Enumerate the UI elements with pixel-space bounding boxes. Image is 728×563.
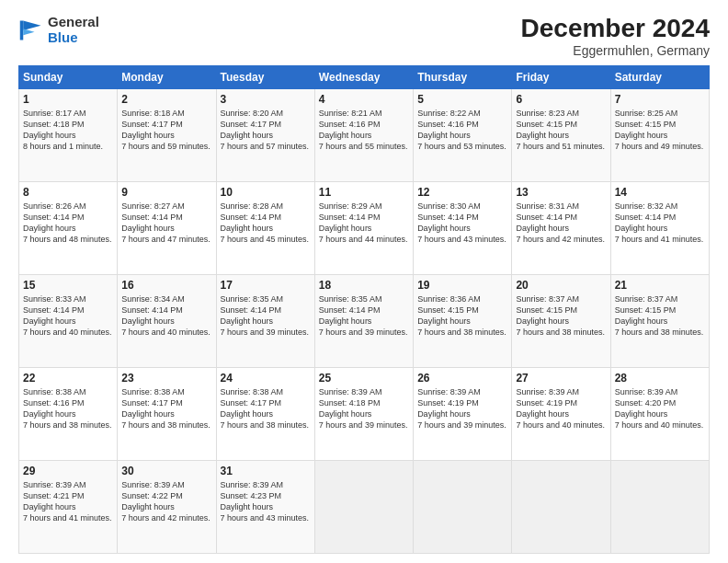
day-info: Sunrise: 8:37 AMSunset: 4:15 PMDaylight … bbox=[615, 293, 705, 339]
day-info: Sunrise: 8:30 AMSunset: 4:14 PMDaylight … bbox=[417, 201, 507, 246]
day-number: 12 bbox=[417, 186, 507, 199]
page: General Blue December 2024 Eggermuhlen, … bbox=[0, 0, 728, 563]
day-number: 25 bbox=[319, 372, 409, 385]
calendar-cell: 14 Sunrise: 8:32 AMSunset: 4:14 PMDaylig… bbox=[610, 181, 709, 274]
day-number: 9 bbox=[121, 186, 211, 199]
day-number: 19 bbox=[417, 279, 507, 292]
calendar-row: 22 Sunrise: 8:38 AMSunset: 4:16 PMDaylig… bbox=[19, 367, 710, 460]
day-info: Sunrise: 8:25 AMSunset: 4:15 PMDaylight … bbox=[615, 108, 705, 153]
day-number: 31 bbox=[221, 465, 311, 477]
calendar-cell: 4 Sunrise: 8:21 AMSunset: 4:16 PMDayligh… bbox=[314, 88, 413, 181]
day-number: 7 bbox=[615, 93, 705, 106]
calendar-cell: 21 Sunrise: 8:37 AMSunset: 4:15 PMDaylig… bbox=[610, 274, 709, 367]
calendar-subtitle: Eggermuhlen, Germany bbox=[521, 43, 710, 58]
svg-marker-2 bbox=[23, 20, 40, 30]
day-number: 4 bbox=[319, 93, 409, 106]
svg-marker-3 bbox=[23, 29, 34, 35]
day-number: 10 bbox=[221, 186, 311, 199]
day-number: 3 bbox=[221, 93, 311, 106]
calendar-cell: 26 Sunrise: 8:39 AMSunset: 4:19 PMDaylig… bbox=[414, 367, 512, 460]
header: General Blue December 2024 Eggermuhlen, … bbox=[18, 15, 710, 58]
day-info: Sunrise: 8:38 AMSunset: 4:17 PMDaylight … bbox=[121, 386, 211, 431]
day-info: Sunrise: 8:39 AMSunset: 4:22 PMDaylight … bbox=[121, 479, 211, 524]
logo-text: General Blue bbox=[48, 15, 99, 45]
day-number: 16 bbox=[121, 279, 211, 292]
col-thursday: Thursday bbox=[414, 65, 512, 88]
calendar-cell: 29 Sunrise: 8:39 AMSunset: 4:21 PMDaylig… bbox=[19, 460, 118, 553]
day-info: Sunrise: 8:39 AMSunset: 4:18 PMDaylight … bbox=[319, 386, 409, 431]
calendar-cell: 2 Sunrise: 8:18 AMSunset: 4:17 PMDayligh… bbox=[118, 88, 216, 181]
title-block: December 2024 Eggermuhlen, Germany bbox=[521, 15, 710, 58]
day-info: Sunrise: 8:37 AMSunset: 4:15 PMDaylight … bbox=[516, 293, 606, 339]
day-info: Sunrise: 8:34 AMSunset: 4:14 PMDaylight … bbox=[121, 293, 211, 339]
day-info: Sunrise: 8:23 AMSunset: 4:15 PMDaylight … bbox=[516, 108, 606, 153]
day-info: Sunrise: 8:38 AMSunset: 4:17 PMDaylight … bbox=[221, 386, 311, 431]
calendar-cell: 27 Sunrise: 8:39 AMSunset: 4:19 PMDaylig… bbox=[512, 367, 610, 460]
day-info: Sunrise: 8:35 AMSunset: 4:14 PMDaylight … bbox=[319, 293, 409, 339]
calendar-cell: 1 Sunrise: 8:17 AMSunset: 4:18 PMDayligh… bbox=[19, 88, 118, 181]
calendar-cell: 28 Sunrise: 8:39 AMSunset: 4:20 PMDaylig… bbox=[610, 367, 709, 460]
day-number: 2 bbox=[121, 93, 211, 106]
calendar-cell: 22 Sunrise: 8:38 AMSunset: 4:16 PMDaylig… bbox=[19, 367, 118, 460]
col-tuesday: Tuesday bbox=[216, 65, 314, 88]
calendar-cell: 6 Sunrise: 8:23 AMSunset: 4:15 PMDayligh… bbox=[512, 88, 610, 181]
day-info: Sunrise: 8:17 AMSunset: 4:18 PMDaylight … bbox=[23, 108, 113, 153]
day-number: 22 bbox=[23, 372, 113, 385]
calendar-row: 29 Sunrise: 8:39 AMSunset: 4:21 PMDaylig… bbox=[19, 460, 710, 553]
day-number: 29 bbox=[23, 465, 113, 477]
day-number: 15 bbox=[23, 279, 113, 292]
day-info: Sunrise: 8:21 AMSunset: 4:16 PMDaylight … bbox=[319, 108, 409, 153]
day-number: 11 bbox=[319, 186, 409, 199]
calendar-cell: 25 Sunrise: 8:39 AMSunset: 4:18 PMDaylig… bbox=[314, 367, 413, 460]
calendar-cell bbox=[314, 460, 413, 553]
calendar-cell: 18 Sunrise: 8:35 AMSunset: 4:14 PMDaylig… bbox=[314, 274, 413, 367]
calendar-cell: 30 Sunrise: 8:39 AMSunset: 4:22 PMDaylig… bbox=[118, 460, 216, 553]
day-info: Sunrise: 8:36 AMSunset: 4:15 PMDaylight … bbox=[417, 293, 507, 339]
calendar-cell: 12 Sunrise: 8:30 AMSunset: 4:14 PMDaylig… bbox=[414, 181, 512, 274]
day-number: 21 bbox=[615, 279, 705, 292]
day-info: Sunrise: 8:39 AMSunset: 4:23 PMDaylight … bbox=[221, 479, 311, 524]
calendar-cell: 16 Sunrise: 8:34 AMSunset: 4:14 PMDaylig… bbox=[118, 274, 216, 367]
day-number: 14 bbox=[615, 186, 705, 199]
col-monday: Monday bbox=[118, 65, 216, 88]
logo-icon bbox=[18, 17, 44, 43]
calendar-cell: 13 Sunrise: 8:31 AMSunset: 4:14 PMDaylig… bbox=[512, 181, 610, 274]
day-info: Sunrise: 8:39 AMSunset: 4:21 PMDaylight … bbox=[23, 479, 113, 524]
day-info: Sunrise: 8:22 AMSunset: 4:16 PMDaylight … bbox=[417, 108, 507, 153]
calendar-cell: 9 Sunrise: 8:27 AMSunset: 4:14 PMDayligh… bbox=[118, 181, 216, 274]
day-number: 17 bbox=[221, 279, 311, 292]
day-info: Sunrise: 8:39 AMSunset: 4:19 PMDaylight … bbox=[516, 386, 606, 431]
day-number: 27 bbox=[516, 372, 606, 385]
calendar-table: Sunday Monday Tuesday Wednesday Thursday… bbox=[18, 65, 710, 554]
calendar-cell bbox=[512, 460, 610, 553]
calendar-cell: 10 Sunrise: 8:28 AMSunset: 4:14 PMDaylig… bbox=[216, 181, 314, 274]
day-number: 18 bbox=[319, 279, 409, 292]
calendar-title: December 2024 bbox=[521, 15, 710, 43]
calendar-cell bbox=[610, 460, 709, 553]
svg-rect-1 bbox=[20, 20, 24, 40]
day-info: Sunrise: 8:33 AMSunset: 4:14 PMDaylight … bbox=[23, 293, 113, 339]
calendar-cell: 24 Sunrise: 8:38 AMSunset: 4:17 PMDaylig… bbox=[216, 367, 314, 460]
day-number: 5 bbox=[417, 93, 507, 106]
day-number: 20 bbox=[516, 279, 606, 292]
day-info: Sunrise: 8:39 AMSunset: 4:20 PMDaylight … bbox=[615, 386, 705, 431]
day-number: 24 bbox=[221, 372, 311, 385]
col-saturday: Saturday bbox=[610, 65, 709, 88]
day-number: 13 bbox=[516, 186, 606, 199]
day-number: 8 bbox=[23, 186, 113, 199]
day-number: 30 bbox=[121, 465, 211, 477]
calendar-cell: 15 Sunrise: 8:33 AMSunset: 4:14 PMDaylig… bbox=[19, 274, 118, 367]
day-info: Sunrise: 8:32 AMSunset: 4:14 PMDaylight … bbox=[615, 201, 705, 246]
day-number: 1 bbox=[23, 93, 113, 106]
day-number: 26 bbox=[417, 372, 507, 385]
day-number: 28 bbox=[615, 372, 705, 385]
calendar-cell: 31 Sunrise: 8:39 AMSunset: 4:23 PMDaylig… bbox=[216, 460, 314, 553]
calendar-cell: 11 Sunrise: 8:29 AMSunset: 4:14 PMDaylig… bbox=[314, 181, 413, 274]
calendar-cell: 23 Sunrise: 8:38 AMSunset: 4:17 PMDaylig… bbox=[118, 367, 216, 460]
day-info: Sunrise: 8:27 AMSunset: 4:14 PMDaylight … bbox=[121, 201, 211, 246]
calendar-cell: 5 Sunrise: 8:22 AMSunset: 4:16 PMDayligh… bbox=[414, 88, 512, 181]
calendar-cell: 19 Sunrise: 8:36 AMSunset: 4:15 PMDaylig… bbox=[414, 274, 512, 367]
logo-blue: Blue bbox=[48, 29, 78, 45]
calendar-row: 1 Sunrise: 8:17 AMSunset: 4:18 PMDayligh… bbox=[19, 88, 710, 181]
day-info: Sunrise: 8:28 AMSunset: 4:14 PMDaylight … bbox=[221, 201, 311, 246]
